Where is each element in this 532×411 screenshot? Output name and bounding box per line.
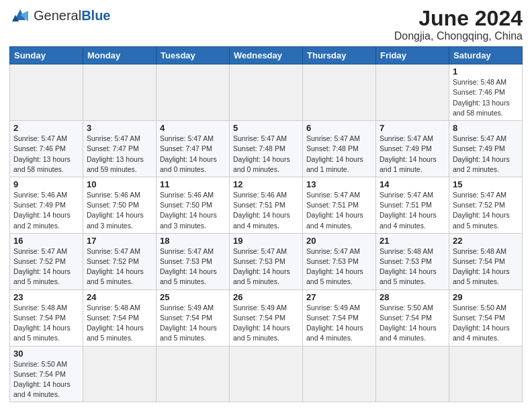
day-number: 24 [87,292,152,302]
day-info: Sunrise: 5:48 AM Sunset: 7:53 PM Dayligh… [380,246,445,287]
calendar-cell: 8Sunrise: 5:47 AM Sunset: 7:49 PM Daylig… [449,121,523,177]
header: GeneralBlue June 2024 Dongjia, Chongqing… [9,7,523,42]
weekday-header-row: SundayMondayTuesdayWednesdayThursdayFrid… [10,47,523,64]
logo-icon [9,7,31,24]
day-info: Sunrise: 5:47 AM Sunset: 7:53 PM Dayligh… [160,246,226,287]
day-info: Sunrise: 5:47 AM Sunset: 7:52 PM Dayligh… [453,190,519,231]
calendar-week-row: 1Sunrise: 5:48 AM Sunset: 7:46 PM Daylig… [10,64,523,121]
day-number: 2 [13,123,79,133]
weekday-header-tuesday: Tuesday [157,47,230,64]
calendar-cell: 13Sunrise: 5:47 AM Sunset: 7:51 PM Dayli… [303,177,376,233]
logo: GeneralBlue [9,7,111,24]
calendar-week-row: 2Sunrise: 5:47 AM Sunset: 7:46 PM Daylig… [10,121,523,177]
day-number: 5 [233,123,299,133]
day-number: 22 [453,236,519,246]
calendar-week-row: 9Sunrise: 5:46 AM Sunset: 7:49 PM Daylig… [10,177,523,233]
day-number: 3 [87,123,152,133]
day-info: Sunrise: 5:50 AM Sunset: 7:54 PM Dayligh… [13,359,79,400]
day-info: Sunrise: 5:47 AM Sunset: 7:53 PM Dayligh… [233,246,299,287]
day-info: Sunrise: 5:46 AM Sunset: 7:50 PM Dayligh… [160,190,226,231]
calendar-cell [303,346,376,402]
calendar-cell [10,64,83,121]
day-info: Sunrise: 5:47 AM Sunset: 7:47 PM Dayligh… [87,134,152,175]
calendar-cell: 5Sunrise: 5:47 AM Sunset: 7:48 PM Daylig… [230,121,303,177]
title-block: June 2024 Dongjia, Chongqing, China [394,7,523,42]
day-info: Sunrise: 5:49 AM Sunset: 7:54 PM Dayligh… [233,303,299,344]
calendar-cell: 2Sunrise: 5:47 AM Sunset: 7:46 PM Daylig… [10,121,83,177]
day-number: 30 [13,349,79,359]
calendar-cell [376,346,449,402]
calendar-cell [449,346,523,402]
calendar-cell [303,64,376,121]
calendar-cell: 6Sunrise: 5:47 AM Sunset: 7:48 PM Daylig… [303,121,376,177]
calendar-cell: 28Sunrise: 5:50 AM Sunset: 7:54 PM Dayli… [376,289,449,346]
day-info: Sunrise: 5:49 AM Sunset: 7:54 PM Dayligh… [306,303,372,344]
weekday-header-wednesday: Wednesday [230,47,303,64]
day-info: Sunrise: 5:47 AM Sunset: 7:52 PM Dayligh… [87,246,152,287]
weekday-header-sunday: Sunday [10,47,83,64]
day-info: Sunrise: 5:47 AM Sunset: 7:52 PM Dayligh… [13,246,79,287]
calendar-week-row: 30Sunrise: 5:50 AM Sunset: 7:54 PM Dayli… [10,346,523,402]
day-number: 10 [87,179,152,189]
day-number: 12 [233,179,299,189]
calendar-cell [83,346,157,402]
day-info: Sunrise: 5:47 AM Sunset: 7:49 PM Dayligh… [453,134,519,175]
calendar-cell [157,346,230,402]
day-info: Sunrise: 5:48 AM Sunset: 7:54 PM Dayligh… [453,246,519,287]
calendar-cell: 20Sunrise: 5:47 AM Sunset: 7:53 PM Dayli… [303,233,376,289]
day-number: 11 [160,179,226,189]
day-number: 4 [160,123,226,133]
calendar-cell: 14Sunrise: 5:47 AM Sunset: 7:51 PM Dayli… [376,177,449,233]
day-info: Sunrise: 5:47 AM Sunset: 7:51 PM Dayligh… [306,190,372,231]
calendar-cell: 21Sunrise: 5:48 AM Sunset: 7:53 PM Dayli… [376,233,449,289]
day-info: Sunrise: 5:48 AM Sunset: 7:54 PM Dayligh… [13,303,79,344]
calendar-cell: 12Sunrise: 5:46 AM Sunset: 7:51 PM Dayli… [230,177,303,233]
day-number: 28 [380,292,445,302]
day-info: Sunrise: 5:47 AM Sunset: 7:48 PM Dayligh… [233,134,299,175]
calendar-cell [230,346,303,402]
day-info: Sunrise: 5:50 AM Sunset: 7:54 PM Dayligh… [453,303,519,344]
calendar-cell: 10Sunrise: 5:46 AM Sunset: 7:50 PM Dayli… [83,177,157,233]
calendar-cell: 4Sunrise: 5:47 AM Sunset: 7:47 PM Daylig… [157,121,230,177]
weekday-header-friday: Friday [376,47,449,64]
calendar-cell: 27Sunrise: 5:49 AM Sunset: 7:54 PM Dayli… [303,289,376,346]
weekday-header-monday: Monday [83,47,157,64]
day-number: 23 [13,292,79,302]
day-number: 25 [160,292,226,302]
calendar-cell [83,64,157,121]
day-info: Sunrise: 5:46 AM Sunset: 7:49 PM Dayligh… [13,190,79,231]
calendar-cell [230,64,303,121]
day-number: 9 [13,179,79,189]
calendar-cell: 15Sunrise: 5:47 AM Sunset: 7:52 PM Dayli… [449,177,523,233]
day-number: 20 [306,236,372,246]
day-number: 17 [87,236,152,246]
calendar-cell: 30Sunrise: 5:50 AM Sunset: 7:54 PM Dayli… [10,346,83,402]
location: Dongjia, Chongqing, China [394,30,523,42]
day-number: 14 [380,179,445,189]
day-number: 16 [13,236,79,246]
calendar-cell: 9Sunrise: 5:46 AM Sunset: 7:49 PM Daylig… [10,177,83,233]
calendar-cell: 26Sunrise: 5:49 AM Sunset: 7:54 PM Dayli… [230,289,303,346]
day-info: Sunrise: 5:50 AM Sunset: 7:54 PM Dayligh… [380,303,445,344]
calendar-cell: 23Sunrise: 5:48 AM Sunset: 7:54 PM Dayli… [10,289,83,346]
weekday-header-thursday: Thursday [303,47,376,64]
calendar-cell: 16Sunrise: 5:47 AM Sunset: 7:52 PM Dayli… [10,233,83,289]
day-info: Sunrise: 5:47 AM Sunset: 7:51 PM Dayligh… [380,190,445,231]
calendar-cell: 7Sunrise: 5:47 AM Sunset: 7:49 PM Daylig… [376,121,449,177]
calendar-cell: 22Sunrise: 5:48 AM Sunset: 7:54 PM Dayli… [449,233,523,289]
day-number: 13 [306,179,372,189]
calendar-cell: 19Sunrise: 5:47 AM Sunset: 7:53 PM Dayli… [230,233,303,289]
day-number: 19 [233,236,299,246]
logo-text: GeneralBlue [34,9,111,23]
day-number: 27 [306,292,372,302]
day-info: Sunrise: 5:48 AM Sunset: 7:54 PM Dayligh… [87,303,152,344]
day-number: 6 [306,123,372,133]
calendar-cell: 24Sunrise: 5:48 AM Sunset: 7:54 PM Dayli… [83,289,157,346]
day-info: Sunrise: 5:47 AM Sunset: 7:48 PM Dayligh… [306,134,372,175]
day-number: 18 [160,236,226,246]
calendar-cell [157,64,230,121]
day-info: Sunrise: 5:48 AM Sunset: 7:46 PM Dayligh… [453,77,519,118]
day-info: Sunrise: 5:49 AM Sunset: 7:54 PM Dayligh… [160,303,226,344]
day-info: Sunrise: 5:47 AM Sunset: 7:46 PM Dayligh… [13,134,79,175]
day-number: 8 [453,123,519,133]
